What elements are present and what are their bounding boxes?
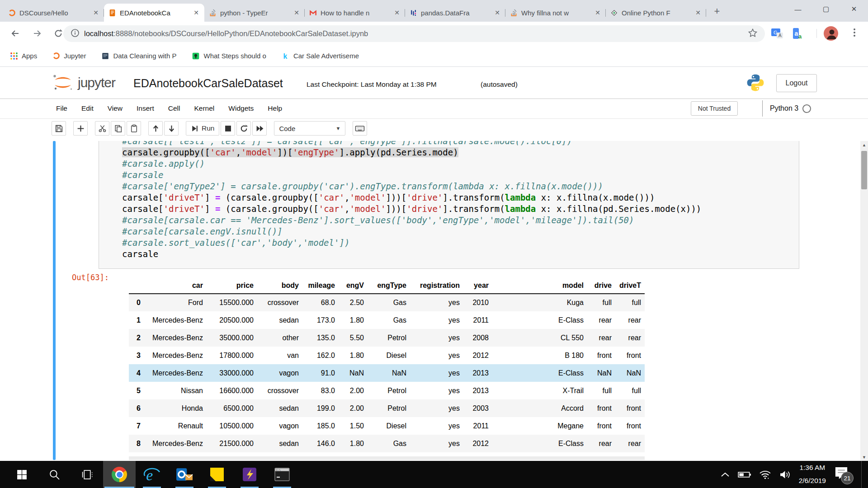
row-index: 3 [129,347,144,364]
new-tab-button[interactable]: + [711,5,723,17]
taskbar-clock[interactable]: 1:36 AM 2/6/2019 [799,461,826,487]
restart-run-all-button[interactable] [252,121,267,136]
bookmark-item[interactable]: kCar Sale Advertiseme [282,52,359,60]
tab-close-icon[interactable]: ✕ [694,9,702,16]
address-bar[interactable]: localhost:8888/notebooks/DSCourse/HelloP… [63,25,765,42]
notification-badge: 21 [841,472,854,484]
notebook-title[interactable]: EDAnotebookCarSaleDataset [133,77,283,90]
move-down-button[interactable] [164,121,179,136]
tab-close-icon[interactable]: ✕ [293,9,300,16]
cut-button[interactable] [95,121,109,136]
taskbar-chrome[interactable] [103,461,136,488]
browser-tab[interactable]: DSCourse/Hello✕ [4,4,104,22]
menu-item-edit[interactable]: Edit [81,104,94,113]
menu-item-kernel[interactable]: Kernel [194,104,215,113]
minimize-button[interactable]: — [784,0,812,18]
taskbar-search[interactable] [38,461,71,488]
tab-close-icon[interactable]: ✕ [92,9,99,16]
url-text[interactable]: localhost:8888/notebooks/DSCourse/HelloP… [84,29,368,38]
apps-shortcut[interactable]: Apps [10,52,37,60]
menu-item-insert[interactable]: Insert [137,104,154,113]
taskbar-outlook[interactable] [168,461,201,488]
restart-button[interactable] [236,121,251,136]
table-cell: NaN [368,364,410,382]
table-cell: 162.0 [302,347,339,364]
save-button[interactable] [52,121,66,136]
tab-close-icon[interactable]: ✕ [393,9,401,16]
taskbar-task-view[interactable] [71,461,103,488]
cell-type-select[interactable]: Code▼ [274,121,345,136]
avatar[interactable] [824,26,838,42]
tab-close-icon[interactable]: ✕ [494,9,501,16]
forward-icon[interactable] [32,28,42,41]
dictionary-extension-icon[interactable]: aa [791,27,804,42]
table-cell: yes [410,347,463,364]
reload-icon[interactable] [53,28,64,41]
maximize-button[interactable]: ▢ [812,0,840,18]
add-cell-button[interactable] [73,121,88,136]
back-icon[interactable] [10,28,21,41]
taskbar-windows-start[interactable] [5,461,38,488]
menu-item-file[interactable]: File [56,104,67,113]
menu-item-cell[interactable]: Cell [168,104,180,113]
volume-icon[interactable] [779,470,791,479]
table-cell: vagon [257,364,302,382]
copy-button[interactable] [111,121,125,136]
table-cell: front [587,399,615,417]
taskbar-visual-studio[interactable] [233,461,266,488]
browser-tab[interactable]: How to handle n✕ [305,4,405,22]
bookmark-item[interactable]: Jupyter [52,52,86,60]
scrollbar-thumb[interactable] [861,151,867,189]
table-cell: yes [410,364,463,382]
site-info-icon[interactable] [71,28,80,39]
trust-status-badge[interactable]: Not Trusted [691,101,738,116]
toolbar-group: Run [186,121,267,136]
run-button[interactable]: Run [186,121,219,136]
show-desktop-button[interactable] [861,461,864,488]
table-cell: rear [615,311,645,329]
taskbar-command-prompt[interactable]: C:\ [266,461,298,488]
close-button[interactable]: ✕ [840,0,868,18]
table-cell: 10500.000 [207,417,257,435]
bookmark-item[interactable]: Data Cleaning with P [101,52,176,60]
stop-button[interactable] [221,121,235,136]
jupyter-logo-icon[interactable] [51,73,75,94]
browser-tab[interactable]: Why fillna not w✕ [505,4,606,22]
bookmark-item[interactable]: What Steps should o [192,52,266,60]
code-cell-input[interactable]: #carsale[['test1','test2']] = carsale[['… [99,141,799,269]
output-horizontal-scrollbar[interactable] [129,456,645,460]
menu-item-widgets[interactable]: Widgets [228,104,254,113]
table-cell: Renault [144,417,207,435]
browser-tab[interactable]: python - TypeEr✕ [204,4,305,22]
wifi-icon[interactable] [759,470,771,479]
browser-tab[interactable]: EDAnotebookCa✕ [104,4,204,22]
translate-extension-icon[interactable]: GA [771,27,783,42]
keyboard-button[interactable] [353,121,367,136]
paste-button[interactable] [127,121,141,136]
move-up-button[interactable] [148,121,163,136]
menu-item-help[interactable]: Help [268,104,282,113]
chrome-menu-icon[interactable] [849,27,860,40]
table-cell: Mercedes-Benz [144,329,207,347]
stackoverflow-icon [510,9,519,17]
bookmark-star-icon[interactable] [748,28,758,40]
browser-tab[interactable]: Online Python F✕ [606,4,706,22]
browser-tab[interactable]: pandas.DataFra✕ [405,4,505,22]
action-center-icon[interactable]: 21 [834,465,852,483]
table-cell: Honda [144,399,207,417]
logout-button[interactable]: Logout [776,74,817,92]
apps-label: Apps [22,52,37,60]
scroll-down-icon[interactable]: ▼ [860,453,868,461]
menu-item-view[interactable]: View [108,104,123,113]
scroll-up-icon[interactable]: ▲ [860,141,868,149]
tab-close-icon[interactable]: ✕ [594,9,601,16]
svg-text:k: k [283,52,287,60]
chevron-up-icon[interactable] [720,471,730,478]
battery-icon[interactable] [738,471,751,479]
table-cell: NaN [615,364,645,382]
taskbar-sticky-notes[interactable] [201,461,233,488]
taskbar-internet-explorer[interactable]: e [136,461,168,488]
tab-strip: DSCourse/Hello✕EDAnotebookCa✕python - Ty… [4,0,706,22]
tab-close-icon[interactable]: ✕ [193,9,200,16]
page-scrollbar[interactable]: ▲ ▼ [860,141,868,461]
